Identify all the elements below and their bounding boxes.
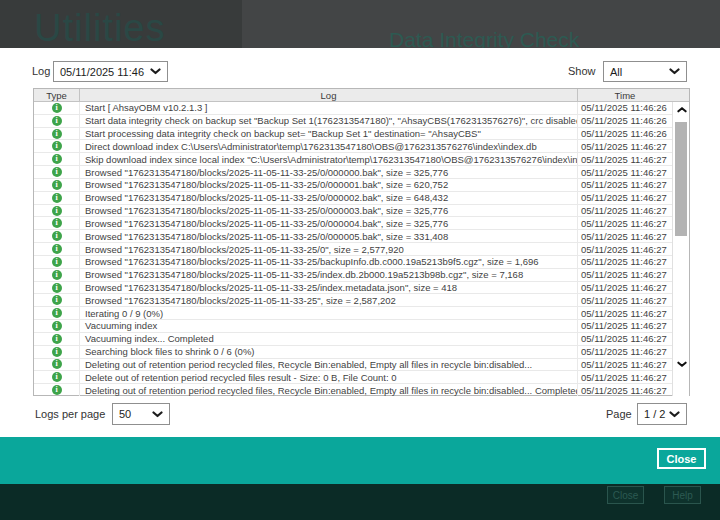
row-log-text: Start data integrity check on backup set… <box>80 115 578 127</box>
table-row[interactable]: iDelete out of retention period recycled… <box>34 371 689 384</box>
row-log-text: Deleting out of retention period recycle… <box>80 384 578 396</box>
row-log-text: Start processing data integrity check on… <box>80 128 578 140</box>
table-row[interactable]: iBrowsed "1762313547180/blocks/2025-11-0… <box>34 192 689 205</box>
row-type-cell: i <box>34 294 80 306</box>
info-icon: i <box>52 154 62 164</box>
row-type-cell: i <box>34 333 80 345</box>
row-time-text: 05/11/2025 11:46:27 <box>578 217 672 229</box>
table-row[interactable]: iBrowsed "1762313547180/blocks/2025-11-0… <box>34 230 689 243</box>
row-log-text: Browsed "1762313547180/blocks/2025-11-05… <box>80 217 578 229</box>
row-time-text: 05/11/2025 11:46:27 <box>578 294 672 306</box>
row-log-text: Browsed "1762313547180/blocks/2025-11-05… <box>80 282 578 294</box>
logs-per-page-label: Logs per page <box>35 408 105 420</box>
row-type-cell: i <box>34 115 80 127</box>
table-row[interactable]: iVacuuming index... Completed05/11/2025 … <box>34 333 689 346</box>
row-type-cell: i <box>34 179 80 191</box>
scrollbar-thumb[interactable] <box>675 122 687 236</box>
table-row[interactable]: iIterating 0 / 9 (0%)05/11/2025 11:46:27 <box>34 307 689 320</box>
info-icon: i <box>52 116 62 126</box>
row-time-text: 05/11/2025 11:46:27 <box>578 307 672 319</box>
table-row[interactable]: iBrowsed "1762313547180/blocks/2025-11-0… <box>34 294 689 307</box>
table-row[interactable]: iBrowsed "1762313547180/blocks/2025-11-0… <box>34 179 689 192</box>
row-time-text: 05/11/2025 11:46:27 <box>578 140 672 152</box>
chevron-down-icon <box>669 68 680 75</box>
log-select-value: 05/11/2025 11:46 <box>60 66 144 78</box>
row-type-cell: i <box>34 217 80 229</box>
chevron-down-icon <box>150 68 161 75</box>
log-select[interactable]: 05/11/2025 11:46 <box>53 61 168 82</box>
table-row[interactable]: iBrowsed "1762313547180/blocks/2025-11-0… <box>34 282 689 295</box>
vertical-scrollbar[interactable] <box>672 102 689 396</box>
section-title: Data Integrity Check <box>389 28 579 48</box>
row-time-text: 05/11/2025 11:46:27 <box>578 205 672 217</box>
info-icon: i <box>52 257 62 267</box>
log-table: Type Log Time iStart [ AhsayOBM v10.2.1.… <box>33 88 690 396</box>
table-row[interactable]: iBrowsed "1762313547180/blocks/2025-11-0… <box>34 243 689 256</box>
info-icon: i <box>52 347 62 357</box>
logs-per-page-select[interactable]: 50 <box>112 403 170 425</box>
info-icon: i <box>52 244 62 254</box>
info-icon: i <box>52 334 62 344</box>
table-row[interactable]: iSkip download index since local index "… <box>34 153 689 166</box>
row-log-text: Browsed "1762313547180/blocks/2025-11-05… <box>80 269 578 281</box>
row-log-text: Browsed "1762313547180/blocks/2025-11-05… <box>80 256 578 268</box>
row-type-cell: i <box>34 256 80 268</box>
row-log-text: Iterating 0 / 9 (0%) <box>80 307 578 319</box>
row-log-text: Browsed "1762313547180/blocks/2025-11-05… <box>80 192 578 204</box>
row-type-cell: i <box>34 140 80 152</box>
dimmed-app-footer: Close Help <box>0 484 720 520</box>
chevron-down-icon <box>677 361 687 368</box>
row-type-cell: i <box>34 153 80 165</box>
row-time-text: 05/11/2025 11:46:27 <box>578 166 672 178</box>
column-header-type: Type <box>34 89 80 101</box>
row-type-cell: i <box>34 359 80 371</box>
info-icon: i <box>52 103 62 113</box>
row-log-text: Browsed "1762313547180/blocks/2025-11-05… <box>80 243 578 255</box>
table-row[interactable]: iBrowsed "1762313547180/blocks/2025-11-0… <box>34 205 689 218</box>
dimmed-app-header: Utilities Data Integrity Check <box>0 0 720 48</box>
row-type-cell: i <box>34 192 80 204</box>
info-icon: i <box>52 218 62 228</box>
table-row[interactable]: iSearching block files to shrink 0 / 6 (… <box>34 346 689 359</box>
row-type-cell: i <box>34 282 80 294</box>
show-filter-select[interactable]: All <box>603 61 687 82</box>
info-icon: i <box>52 372 62 382</box>
info-icon: i <box>52 167 62 177</box>
row-time-text: 05/11/2025 11:46:27 <box>578 179 672 191</box>
page-label: Page <box>606 408 632 420</box>
table-row[interactable]: iDeleting out of retention period recycl… <box>34 384 689 396</box>
row-type-cell: i <box>34 371 80 383</box>
row-time-text: 05/11/2025 11:46:27 <box>578 346 672 358</box>
table-row[interactable]: iStart [ AhsayOBM v10.2.1.3 ]05/11/2025 … <box>34 102 689 115</box>
row-type-cell: i <box>34 307 80 319</box>
close-button[interactable]: Close <box>657 448 706 469</box>
row-log-text: Skip download index since local index "C… <box>80 153 578 165</box>
table-row[interactable]: iVacuuming index05/11/2025 11:46:27 <box>34 320 689 333</box>
table-row[interactable]: iBrowsed "1762313547180/blocks/2025-11-0… <box>34 166 689 179</box>
table-row[interactable]: iBrowsed "1762313547180/blocks/2025-11-0… <box>34 269 689 282</box>
table-row[interactable]: iBrowsed "1762313547180/blocks/2025-11-0… <box>34 256 689 269</box>
table-row[interactable]: iDeleting out of retention period recycl… <box>34 359 689 372</box>
show-filter-value: All <box>610 66 622 78</box>
table-row[interactable]: iStart processing data integrity check o… <box>34 128 689 141</box>
logs-per-page-value: 50 <box>119 408 131 420</box>
table-row[interactable]: iStart data integrity check on backup se… <box>34 115 689 128</box>
row-time-text: 05/11/2025 11:46:27 <box>578 320 672 332</box>
table-row[interactable]: iDirect download index C:\Users\Administ… <box>34 140 689 153</box>
row-time-text: 05/11/2025 11:46:27 <box>578 359 672 371</box>
row-time-text: 05/11/2025 11:46:26 <box>578 115 672 127</box>
row-log-text: Direct download index C:\Users\Administr… <box>80 140 578 152</box>
background-close-button: Close <box>607 486 644 504</box>
table-row[interactable]: iBrowsed "1762313547180/blocks/2025-11-0… <box>34 217 689 230</box>
log-dropdown-label: Log <box>32 65 50 77</box>
scroll-up-button[interactable] <box>676 105 687 113</box>
info-icon: i <box>52 270 62 280</box>
info-icon: i <box>52 141 62 151</box>
background-help-button: Help <box>664 486 701 504</box>
log-table-header: Type Log Time <box>34 89 689 102</box>
page-select[interactable]: 1 / 2 <box>637 403 687 425</box>
page-select-value: 1 / 2 <box>644 408 665 420</box>
scroll-down-button[interactable] <box>676 360 687 368</box>
info-icon: i <box>52 180 62 190</box>
page-title: Utilities <box>34 7 165 48</box>
